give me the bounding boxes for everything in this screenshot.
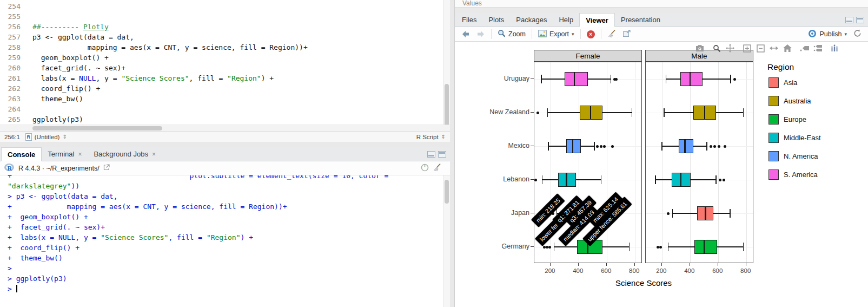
hover-compare-icon[interactable] [813,43,823,53]
boxplot-male-mexico[interactable] [679,139,693,153]
median-line [704,106,706,120]
legend-label-middle-east[interactable]: Middle-East [784,134,821,142]
legend-label-europe[interactable]: Europe [784,115,806,123]
legend-swatch-australia[interactable] [768,96,779,106]
minimize-pane-button[interactable] [845,17,853,23]
close-tab-icon[interactable]: × [78,151,82,158]
console-line: > [3,284,450,294]
median-line [566,173,567,187]
tab-help[interactable]: Help [553,13,579,27]
clear-viewer-button[interactable]: × [585,29,597,40]
tab-presentation[interactable]: Presentation [615,13,666,27]
line-number: 262 [0,83,28,94]
y-axis-label-uruguay: Uruguay [459,74,529,83]
hover-closest-icon[interactable] [799,43,809,53]
editor-line: 259 geom_boxplot() + [0,53,450,63]
legend-swatch-asia[interactable] [768,77,779,88]
file-type-selector[interactable]: R Script ⇕ [416,134,446,140]
export-image-icon [538,30,547,39]
right-column: Values FilesPlotsPackagesHelpViewerPrese… [454,0,868,307]
console-vertical-scrollbar[interactable] [443,175,450,307]
console-output-area[interactable]: + plot.subtitle = element_text(size = 10… [0,175,450,307]
median-line [704,240,705,254]
legend-swatch-n-america[interactable] [768,151,779,161]
outlier-dot [723,179,725,181]
legend-label-asia[interactable]: Asia [784,79,797,87]
x-tick-label: 400 [567,267,589,274]
maximize-pane-button[interactable] [856,17,864,23]
export-button[interactable]: Export ▾ [536,29,577,40]
open-directory-icon[interactable] [103,164,110,172]
outlier-dot [611,145,614,148]
legend-swatch-middle-east[interactable] [768,133,779,143]
zoom-button[interactable]: Zoom [495,28,528,40]
tab-label: Files [462,16,476,24]
editor-horizontal-scrollbar[interactable] [0,125,450,131]
boxplot-female-mexico[interactable] [566,139,581,153]
editor-vertical-scrollbar[interactable] [443,0,450,125]
autoscale-icon[interactable] [769,43,779,53]
x-tick-label: 400 [679,267,700,274]
forward-button[interactable] [474,29,487,39]
tab-plots[interactable]: Plots [482,13,510,27]
back-button[interactable] [459,29,472,39]
editor-line: 263 theme_bw() [0,94,450,104]
median-line [690,72,691,86]
close-tab-icon[interactable]: × [152,151,156,158]
zoom-in-icon[interactable] [742,43,752,53]
open-in-new-window-button[interactable] [620,29,633,40]
clear-all-viewer-button[interactable] [605,28,618,41]
console-line: > ggplotly(p3) [3,273,450,284]
boxplot-male-uruguay[interactable] [680,72,703,86]
tab-terminal[interactable]: Terminal× [42,147,88,161]
file-type-label: R Script [416,134,439,140]
maximize-pane-button[interactable] [438,151,446,158]
source-code-area[interactable]: 254255256##--------- Plotly257p3 <- ggpl… [0,0,450,125]
document-selector[interactable]: R (Untitled) ⇕ [25,133,67,141]
legend-swatch-europe[interactable] [768,114,779,125]
scrollbar-thumb[interactable] [445,84,449,126]
editor-line: 265ggplotly(p3) [0,114,450,125]
tab-console[interactable]: Console [1,147,42,161]
console-toolbar: R R 4.4.3 · ~/R_experiments/ [0,161,450,175]
r-session-info[interactable]: R 4.4.3 · ~/R_experiments/ [18,165,100,172]
scrollbar-thumb[interactable] [32,126,162,130]
cursor-position[interactable]: 256:1 [4,134,20,140]
line-number: 257 [0,32,28,42]
tab-files[interactable]: Files [456,13,482,27]
boxplot-male-germany[interactable] [694,240,718,254]
outlier-dot [718,145,720,148]
reset-axes-home-icon[interactable] [783,43,792,53]
zoom-out-icon[interactable] [756,43,765,53]
camera-download-icon[interactable] [695,43,705,53]
outlier-dot [724,145,726,148]
boxplot-female-uruguay[interactable] [565,72,588,86]
refresh-viewer-button[interactable] [851,28,864,40]
console-line: + labs(x = NULL, y = "Science Scores", f… [3,232,450,243]
scrollbar-thumb[interactable] [445,180,449,204]
pane-splitter[interactable] [455,8,868,13]
tab-packages[interactable]: Packages [510,13,553,27]
pane-splitter[interactable] [0,142,450,147]
outlier-dot [596,145,599,148]
zoom-mode-icon[interactable] [712,43,721,53]
legend-label-australia[interactable]: Australia [784,97,811,105]
legend-label-s-america[interactable]: S. America [784,171,818,179]
clear-console-broom-icon[interactable] [433,163,441,173]
legend-swatch-s-america[interactable] [768,169,779,180]
pan-mode-icon[interactable] [725,43,735,53]
minimize-pane-button[interactable] [427,151,435,158]
plotly-logo-icon[interactable] [830,43,839,53]
editor-line: 255 [0,11,450,22]
y-axis-label-mexico: Mexico [459,141,529,150]
tab-background-jobs[interactable]: Background Jobs× [88,147,161,161]
publish-button[interactable]: Publish ▾ [806,28,849,41]
console-line: + coord_flip() + [3,243,450,253]
tab-viewer[interactable]: Viewer [579,13,615,27]
x-tick-label: 200 [539,267,561,274]
line-number: 254 [0,1,28,11]
boxplot-female-new-zealand[interactable] [580,106,602,120]
suspend-session-icon[interactable] [421,164,429,173]
console-line: + geom_boxplot() + [3,212,450,222]
legend-label-n-america[interactable]: N. America [784,152,818,160]
